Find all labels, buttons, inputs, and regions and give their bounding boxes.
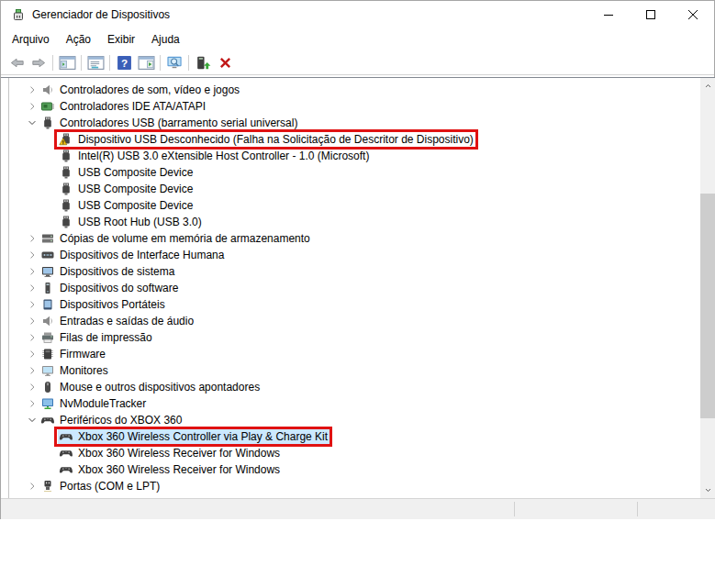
tree-item[interactable]: USB Composite Device xyxy=(9,181,700,197)
tree-item[interactable]: Portas (COM e LPT) xyxy=(9,478,700,494)
tree-item-content[interactable]: Monitores xyxy=(39,362,111,379)
tree-item[interactable]: Xbox 360 Wireless Controller via Play & … xyxy=(9,428,700,445)
chevron-right-icon[interactable] xyxy=(25,479,39,494)
device-tree-panel: Controladores de som, vídeo e jogosContr… xyxy=(1,77,715,498)
statusbar-separator xyxy=(637,502,638,516)
tree-item-content[interactable]: Dispositivos de sistema xyxy=(39,263,177,280)
chevron-right-icon[interactable] xyxy=(25,297,39,312)
tree-item-content[interactable]: Xbox 360 Wireless Receiver for Windows xyxy=(58,461,283,478)
tree-item-label: Entradas e saídas de áudio xyxy=(60,315,194,327)
chevron-right-icon[interactable] xyxy=(25,281,39,295)
chevron-right-icon[interactable] xyxy=(25,330,39,345)
chevron-right-icon[interactable] xyxy=(25,248,39,262)
menu-item-exibir[interactable]: Exibir xyxy=(99,30,143,49)
tree-item[interactable]: Dispositivos de Interface Humana xyxy=(9,247,700,263)
tree-item[interactable]: Controladores USB (barramento serial uni… xyxy=(9,115,700,131)
toolbar-scan-hardware-changes-button[interactable] xyxy=(163,51,185,73)
toolbar-back-button[interactable] xyxy=(6,51,28,73)
tree-item-content[interactable]: NvModuleTracker xyxy=(39,395,149,412)
tree-item-content[interactable]: Firmware xyxy=(39,346,108,362)
title-bar: Gerenciador de Dispositivos xyxy=(1,1,714,28)
chevron-right-icon[interactable] xyxy=(25,396,39,411)
tree-item-content[interactable]: USB Composite Device xyxy=(58,181,196,197)
tree-item[interactable]: USB Root Hub (USB 3.0) xyxy=(9,214,700,230)
tree-item-content[interactable]: Periféricos do XBOX 360 xyxy=(39,412,184,428)
chevron-right-icon[interactable] xyxy=(25,380,39,394)
tree-item[interactable]: USB Composite Device xyxy=(9,197,700,214)
tree-item-content[interactable]: Xbox 360 Wireless Receiver for Windows xyxy=(58,445,283,461)
tree-item[interactable]: Entradas e saídas de áudio xyxy=(9,313,700,329)
scroll-down-icon[interactable] xyxy=(700,483,715,498)
toolbar-update-driver-button[interactable] xyxy=(192,51,214,73)
tree-item-content[interactable]: Intel(R) USB 3.0 eXtensible Host Control… xyxy=(58,148,372,164)
tree-item[interactable]: Mouse e outros dispositivos apontadores xyxy=(9,379,700,395)
tree-item[interactable]: Dispositivos Portáteis xyxy=(9,296,700,313)
tree-item[interactable]: Controladores de som, vídeo e jogos xyxy=(9,82,700,98)
chevron-right-icon[interactable] xyxy=(25,314,39,328)
menu-item-acao[interactable]: Ação xyxy=(58,30,99,49)
tree-item-content[interactable]: Mouse e outros dispositivos apontadores xyxy=(39,379,263,395)
tree-item[interactable]: Xbox 360 Wireless Receiver for Windows xyxy=(9,445,700,461)
tree-item[interactable]: Intel(R) USB 3.0 eXtensible Host Control… xyxy=(9,148,700,164)
tree-item-content[interactable]: Dispositivos do software xyxy=(39,280,181,296)
chevron-right-icon[interactable] xyxy=(25,264,39,279)
tree-item[interactable]: Dispositivos de sistema xyxy=(9,263,700,280)
tree-item-label: Controladores USB (barramento serial uni… xyxy=(60,116,297,129)
tree-item-content[interactable]: Portas (COM e LPT) xyxy=(39,478,162,494)
tree-item[interactable]: Periféricos do XBOX 360 xyxy=(9,412,700,428)
toolbar-properties-button[interactable] xyxy=(84,51,106,73)
printer-icon xyxy=(40,330,55,345)
storage-icon xyxy=(40,231,55,246)
maximize-button[interactable] xyxy=(630,1,672,28)
toolbar-forward-button[interactable] xyxy=(28,51,50,73)
minimize-button[interactable] xyxy=(587,1,630,28)
tree-item[interactable]: Controladores IDE ATA/ATAPI xyxy=(9,98,700,115)
chevron-right-icon[interactable] xyxy=(25,363,39,378)
tree-item[interactable]: Filas de impressão xyxy=(9,329,700,346)
tree-item[interactable]: Monitores xyxy=(9,362,700,379)
toolbar-help-button[interactable]: ? xyxy=(113,51,135,73)
ide-icon xyxy=(40,99,55,114)
chevron-down-icon[interactable] xyxy=(25,116,39,130)
mouse-icon xyxy=(40,380,55,394)
menu-item-arquivo[interactable]: Arquivo xyxy=(4,30,58,49)
window-controls xyxy=(587,1,714,28)
chevron-right-icon[interactable] xyxy=(25,83,39,97)
xbox-icon xyxy=(40,413,55,427)
tree-item[interactable]: USB Composite Device xyxy=(9,164,700,181)
chevron-placeholder xyxy=(43,132,58,147)
tree-item-content[interactable]: Dispositivos Portáteis xyxy=(39,296,168,313)
tree-item-content[interactable]: USB Composite Device xyxy=(58,197,196,214)
tree-item-content[interactable]: Controladores IDE ATA/ATAPI xyxy=(39,98,208,115)
tree-item-label: Controladores IDE ATA/ATAPI xyxy=(60,100,206,113)
tree-item-content[interactable]: Controladores de som, vídeo e jogos xyxy=(39,82,242,98)
tree-item-content[interactable]: Controladores USB (barramento serial uni… xyxy=(39,115,300,131)
tree-item[interactable]: Dispositivo USB Desconhecido (Falha na S… xyxy=(9,131,700,148)
chevron-right-icon[interactable] xyxy=(25,347,39,361)
tree-item-content[interactable]: Dispositivo USB Desconhecido (Falha na S… xyxy=(58,131,476,148)
tree-item-content[interactable]: Cópias de volume em memória de armazenam… xyxy=(39,230,313,247)
tree-item[interactable]: Dispositivos do software xyxy=(9,280,700,296)
tree-item-content[interactable]: Entradas e saídas de áudio xyxy=(39,313,196,329)
tree-item-content[interactable]: Dispositivos de Interface Humana xyxy=(39,247,227,263)
close-button[interactable] xyxy=(672,1,714,28)
tree-item-content[interactable]: USB Root Hub (USB 3.0) xyxy=(58,214,205,230)
tree-item[interactable]: Xbox 360 Wireless Receiver for Windows xyxy=(9,461,700,478)
tree-item[interactable]: NvModuleTracker xyxy=(9,395,700,412)
vertical-scrollbar[interactable] xyxy=(700,78,715,498)
chevron-down-icon[interactable] xyxy=(25,413,39,427)
tree-item-content[interactable]: Filas de impressão xyxy=(39,329,155,346)
tree-item[interactable]: Cópias de volume em memória de armazenam… xyxy=(9,230,700,247)
toolbar-show-action-pane-button[interactable] xyxy=(135,51,157,73)
scrollbar-thumb[interactable] xyxy=(700,194,715,418)
toolbar-uninstall-button[interactable] xyxy=(214,51,236,73)
tree-item[interactable]: Firmware xyxy=(9,346,700,362)
menu-item-ajuda[interactable]: Ajuda xyxy=(143,30,188,49)
toolbar-show-console-tree-button[interactable] xyxy=(56,51,78,73)
chevron-right-icon[interactable] xyxy=(25,99,39,114)
tree-item-content[interactable]: USB Composite Device xyxy=(58,164,196,181)
tree-item-content-selected[interactable]: Xbox 360 Wireless Controller via Play & … xyxy=(58,428,330,445)
scroll-up-icon[interactable] xyxy=(700,78,715,94)
tree-item-label: Dispositivos Portáteis xyxy=(60,298,165,311)
chevron-right-icon[interactable] xyxy=(25,231,39,246)
